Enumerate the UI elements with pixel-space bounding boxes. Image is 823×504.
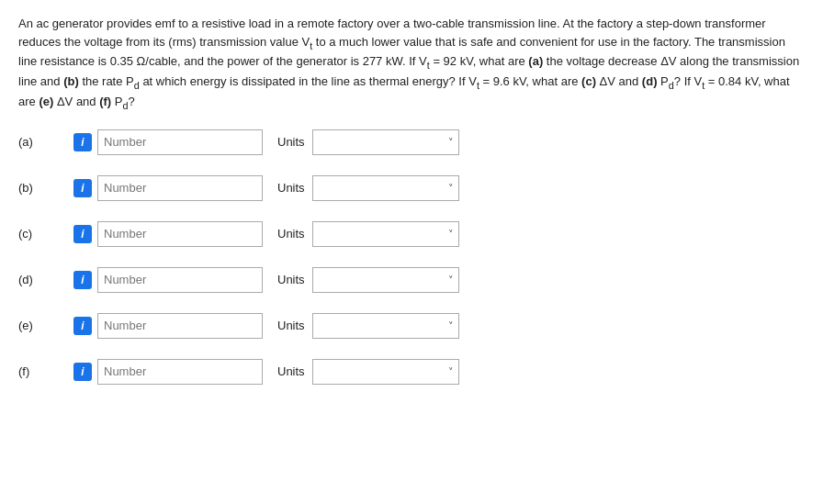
units-select-wrapper-c: VkVWkWMW <box>312 221 459 247</box>
question-label-a: (a) <box>18 135 73 149</box>
units-select-a[interactable]: VkVWkWMW <box>312 129 459 155</box>
info-icon-f[interactable]: i <box>73 363 92 381</box>
question-label-e: (e) <box>18 319 73 332</box>
question-label-d: (d) <box>18 273 73 286</box>
questions-container: (a)iUnitsVkVWkWMW(b)iUnitsVkVWkWMW(c)iUn… <box>18 129 805 385</box>
units-label-a: Units <box>277 135 305 149</box>
units-select-c[interactable]: VkVWkWMW <box>312 221 459 247</box>
units-select-d[interactable]: VkVWkWMW <box>312 267 459 293</box>
number-input-e[interactable] <box>97 313 263 339</box>
question-row-c: (c)iUnitsVkVWkWMW <box>18 221 805 247</box>
question-row-a: (a)iUnitsVkVWkWMW <box>18 129 805 155</box>
units-label-c: Units <box>277 227 305 241</box>
units-select-b[interactable]: VkVWkWMW <box>312 175 459 201</box>
number-input-b[interactable] <box>97 175 263 201</box>
number-input-a[interactable] <box>97 129 263 155</box>
units-label-f: Units <box>277 364 305 378</box>
number-input-f[interactable] <box>97 359 263 385</box>
units-select-f[interactable]: VkVWkWMW <box>312 359 459 385</box>
units-label-b: Units <box>277 181 305 195</box>
question-label-c: (c) <box>18 227 73 241</box>
number-input-c[interactable] <box>97 221 263 247</box>
question-row-d: (d)iUnitsVkVWkWMW <box>18 267 805 293</box>
units-select-wrapper-e: VkVWkWMW <box>312 313 459 339</box>
question-row-f: (f)iUnitsVkVWkWMW <box>18 359 805 385</box>
units-select-wrapper-f: VkVWkWMW <box>312 359 459 385</box>
units-select-wrapper-a: VkVWkWMW <box>312 129 459 155</box>
number-input-d[interactable] <box>97 267 263 293</box>
units-select-wrapper-b: VkVWkWMW <box>312 175 459 201</box>
question-label-b: (b) <box>18 181 73 195</box>
question-row-b: (b)iUnitsVkVWkWMW <box>18 175 805 201</box>
question-label-f: (f) <box>18 364 73 378</box>
info-icon-e[interactable]: i <box>73 317 92 335</box>
question-row-e: (e)iUnitsVkVWkWMW <box>18 313 805 339</box>
units-select-e[interactable]: VkVWkWMW <box>312 313 459 339</box>
info-icon-b[interactable]: i <box>73 179 92 197</box>
units-select-wrapper-d: VkVWkWMW <box>312 267 459 293</box>
info-icon-d[interactable]: i <box>73 271 92 289</box>
info-icon-c[interactable]: i <box>73 225 92 243</box>
info-icon-a[interactable]: i <box>73 133 92 151</box>
units-label-e: Units <box>277 319 305 332</box>
problem-description: An ac generator provides emf to a resist… <box>18 15 805 113</box>
units-label-d: Units <box>277 273 305 286</box>
